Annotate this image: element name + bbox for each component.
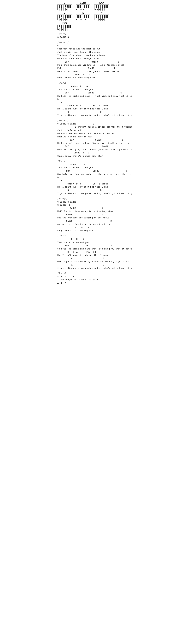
section-label: [Outro]: [57, 272, 129, 274]
lyric-line: I got a diamond in my pocket and my baby…: [57, 266, 129, 270]
section-label: [Chorus]: [57, 82, 129, 84]
lyric-line: I'm headin' on down to my baby's house: [57, 54, 129, 57]
lyric-line: I brought along a little courage and a C…: [57, 126, 129, 129]
chord-line: D: [57, 176, 129, 179]
lyric-line: That one's for me and you: [57, 241, 129, 244]
chord-label: Em7: [99, 2, 104, 4]
lyric-line: That one's for me and you: [57, 166, 129, 170]
lyric-line: Baby, there's a shooting star: [57, 229, 129, 232]
lyric-line: Dancin' and singin' to some good ol' boy…: [57, 70, 129, 73]
chord-line: Cadd9 D G: [57, 73, 129, 76]
app-container: GCadd9Em7DEAF#m [Intro]G Cadd9 G[Verse 1…: [57, 2, 129, 285]
chord-line: D E A: [57, 226, 129, 229]
section-label: [Chorus]: [57, 160, 129, 162]
chord-line: Cadd9 D G: [57, 151, 129, 154]
chord-line: Em7 Cadd9 G: [57, 138, 129, 142]
lyric-line: I got a diamond in my pocket and my baby…: [57, 192, 129, 195]
section-label: [Chorus]: [57, 234, 129, 237]
chord-line: G Cadd9 G Cadd9 G: [57, 122, 129, 126]
chord-line: A D A D: [57, 275, 129, 278]
song-section: [Chorus] Cadd9 D GThat one's for me and …: [57, 82, 129, 117]
chord-line: Cadd9 D G: [57, 85, 129, 88]
chord-line: F#m D A E: [57, 244, 129, 248]
chord-diagram-d: D: [57, 12, 72, 20]
lyric-line: Baby, there's a shoo_ting star: [57, 76, 129, 80]
lyric-line: Now I ain't sure of much but this I know: [57, 186, 129, 189]
lyric-line: Might as well jump in head first, lay it…: [57, 142, 129, 145]
chord-line: Cadd9 G: [57, 207, 129, 210]
chord-line: Cadd9 D G Em7 D Cadd9: [57, 104, 129, 107]
chord-line: D: [57, 98, 129, 101]
chord-line: D E A: [57, 238, 129, 241]
lyric-line: I got a diamond in my pocket and my baby…: [57, 114, 129, 117]
chord-line: Em7 Cadd9 G: [57, 170, 129, 173]
lyric-line: true: [57, 101, 129, 104]
section-label: [Verse 1]: [57, 41, 129, 44]
chord-line: Cadd9 D G: [57, 163, 129, 166]
chord-line: G Cadd9 G: [57, 36, 129, 39]
lyrics-container: [Intro]G Cadd9 G[Verse 1]GSaturday night…: [57, 33, 129, 285]
chord-label: G: [64, 2, 65, 4]
chord-label: E: [82, 12, 84, 14]
chord-line: A D A: [57, 282, 129, 285]
chord-label: A: [101, 12, 102, 14]
chord-line: Em7 Cadd9 G: [57, 60, 129, 64]
chord-label: D: [64, 12, 65, 14]
chord-line: D E A F#m E D: [57, 250, 129, 254]
lyric-line: So hold me tight and make that wish and …: [57, 94, 129, 98]
lyric-line: Down them backroads winding up at a Kick…: [57, 64, 129, 67]
song-section: [Chorus] D E AThat one's for me and you …: [57, 234, 129, 270]
chord-line: A E D: [57, 257, 129, 260]
chord-diagram-e: E: [76, 12, 90, 20]
lyric-line: Gonna take her on a midnight ride: [57, 57, 129, 60]
chord-label: Cadd9: [80, 2, 86, 4]
lyric-line: And we got tickets on the very front row: [57, 223, 129, 226]
lyric-line: My baby's got a heart of gold: [57, 278, 129, 282]
chord-line: Em7 Cadd9 G: [57, 91, 129, 94]
chord-diagram-a: A: [94, 12, 109, 20]
lyric-line: Cause baby, there's a shoo_ting star: [57, 154, 129, 158]
chord-line: Cadd9 D G Em7 D Cadd9: [57, 182, 129, 186]
song-section: [Verse 1]GSaturday night and the moon is…: [57, 41, 129, 80]
chord-line: G Cadd9 G Cadd9: [57, 200, 129, 204]
lyric-line: My hands are shaking like a Canebrake ra…: [57, 132, 129, 135]
lyric-line: Just shinin' over top of the pines: [57, 50, 129, 54]
lyric-line: Now I ain't sure of much but this I know: [57, 254, 129, 257]
song-section: [Verse 2]G Cadd9 G Cadd9 G I brought alo…: [57, 119, 129, 158]
chord-diagram-f#m: F#m: [57, 22, 72, 30]
song-section: [Bridge]G Cadd9 G Cadd9G Cadd9 D Cadd9 G…: [57, 198, 129, 232]
section-label: [Verse 2]: [57, 119, 129, 122]
section-label: [Intro]: [57, 33, 129, 35]
lyric-line: Well I got a diamond in my pocket and my…: [57, 260, 129, 264]
lyric-line: Nothing's gonna save me now: [57, 135, 129, 138]
chord-label: F#m: [62, 22, 67, 24]
chord-line: Cadd9 G: [57, 213, 129, 216]
chord-diagrams: GCadd9Em7DEAF#m: [57, 2, 129, 30]
lyric-line: That one's for me and you: [57, 88, 129, 91]
lyric-line: Now I ain't sure of much but this I know: [57, 107, 129, 110]
chord-line: Cadd9 D: [57, 220, 129, 223]
lyric-line: Just to help me out: [57, 129, 129, 132]
song-section: [Outro]A D A D My baby's got a heart of …: [57, 272, 129, 285]
chord-line: G: [57, 44, 129, 48]
chord-line: A E D: [57, 264, 129, 266]
lyric-line: So hold me tight and make that wish and …: [57, 248, 129, 250]
chord-line: G D Cadd9: [57, 189, 129, 192]
chord-line: Em7 Cadd9 D: [57, 67, 129, 70]
lyric-line: So, hold me tight and make that wish and…: [57, 173, 129, 176]
lyric-line: true: [57, 179, 129, 182]
chord-diagram-cadd9: Cadd9: [76, 2, 90, 10]
lyric-line: Saturday night and the moon is out: [57, 47, 129, 50]
lyric-line: Well I didn't have money for a Broadway …: [57, 210, 129, 213]
chord-diagram-em7: Em7: [94, 2, 109, 10]
song-section: [Intro]G Cadd9 G: [57, 33, 129, 39]
chord-line: G Cadd9 D: [57, 204, 129, 207]
section-label: [Bridge]: [57, 198, 129, 200]
chord-line: G D Cadd9: [57, 110, 129, 114]
song-section: [Chorus] Cadd9 D GThat one's for me and …: [57, 160, 129, 195]
chord-line: Em7 Cadd9 D: [57, 145, 129, 148]
lyric-line: What am I worrying 'bout, never gonna be…: [57, 148, 129, 151]
lyric-line: But the crickets are singing to the radi…: [57, 216, 129, 220]
chord-diagram-g: G: [57, 2, 72, 10]
